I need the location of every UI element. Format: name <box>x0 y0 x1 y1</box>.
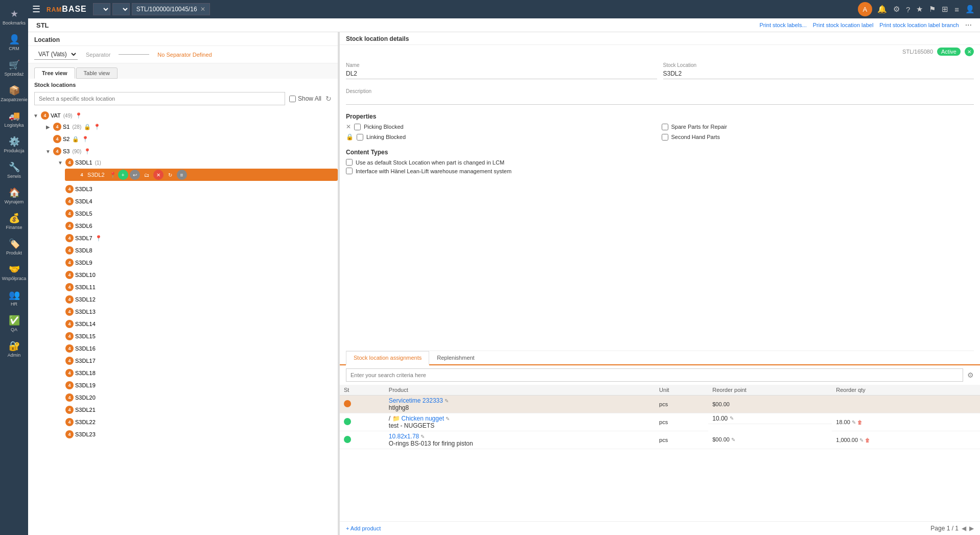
tab-replenishment[interactable]: Replenishment <box>429 351 482 364</box>
row3-product-link[interactable]: 10.82x1.78 <box>389 433 419 440</box>
s3dl5-label: S3DL5 <box>75 211 92 217</box>
spare-parts-row: Spare Parts for Repair <box>662 123 974 130</box>
table-row[interactable]: / 📁 Chicken nugget ✎ test - NUGGETS pcs … <box>340 413 980 431</box>
row2-qty-delete-icon[interactable]: 🗑 <box>857 420 862 425</box>
s3dl22-label: S3DL22 <box>75 419 96 425</box>
s3-row[interactable]: ▼ 4 S3 (90) 📍 <box>40 146 338 156</box>
print-stock-labels-link[interactable]: Print stock labels... <box>759 22 806 28</box>
row1-edit-icon[interactable]: ✎ <box>445 398 449 404</box>
s3dl2-row[interactable]: 4 S3DL2 📍 + ↩ 🗂 <box>65 169 338 181</box>
s3dl4-row[interactable]: 4 S3DL4 <box>53 196 338 206</box>
row2-reorder-point[interactable]: 10.00 ✎ <box>708 413 832 424</box>
more-stl-icon[interactable]: ··· <box>965 20 972 30</box>
company-select[interactable]: JHCDEVSYS <box>93 3 110 15</box>
user-avatar[interactable]: A <box>858 2 872 16</box>
s3dl3-row[interactable]: 4 S3DL3 <box>53 184 338 194</box>
prev-page-btn[interactable]: ◀ <box>962 525 966 532</box>
s1-row[interactable]: ▶ 4 S1 (28) 🔒 📍 <box>40 122 338 132</box>
s3dl1-expander[interactable]: ▼ <box>57 160 64 166</box>
sidebar-item-produkt[interactable]: 🏷️ Produkt <box>0 234 28 260</box>
s3dl2-add-btn[interactable]: + <box>118 170 128 180</box>
sidebar-item-finanse[interactable]: 💰 Finanse <box>0 208 28 234</box>
notifications-icon[interactable]: 🔔 <box>876 4 888 15</box>
vat-row[interactable]: ▼ 4 VAT (49) 📍 <box>28 110 338 121</box>
s3dl2-pin-action-icon[interactable]: 📍 <box>109 172 116 178</box>
add-product-button[interactable]: + Add product <box>346 525 381 531</box>
table-row[interactable]: 10.82x1.78 ✎ O-rings BS-013 for firing p… <box>340 431 980 449</box>
row3-reorder-point[interactable]: $00.00 ✎ <box>708 431 832 449</box>
spare-parts-checkbox[interactable] <box>662 124 668 130</box>
tab-tree-view[interactable]: Tree view <box>34 67 75 79</box>
active-badge-toggle[interactable]: ✕ <box>965 47 974 56</box>
s3dl2-edit-btn[interactable]: ↩ <box>130 170 140 180</box>
print-stock-location-label-link[interactable]: Print stock location label <box>813 22 874 28</box>
help-icon[interactable]: ? <box>905 4 911 15</box>
row3-qty-delete-icon[interactable]: 🗑 <box>865 437 870 443</box>
flag-icon[interactable]: ⚑ <box>928 4 937 15</box>
show-all-checkbox[interactable] <box>289 96 296 102</box>
stock-location-search[interactable] <box>34 92 285 105</box>
s1-expander[interactable]: ▶ <box>44 124 52 130</box>
vat-expander[interactable]: ▼ <box>32 113 39 119</box>
sidebar-item-logistyka[interactable]: 🚚 Logistyka <box>0 106 28 132</box>
sidebar-item-admin[interactable]: 🔐 Admin <box>0 336 28 362</box>
sidebar-item-qa[interactable]: ✅ QA <box>0 311 28 336</box>
row1-unit: pcs <box>655 395 708 413</box>
next-page-btn[interactable]: ▶ <box>969 525 974 532</box>
sidebar-item-wynajem[interactable]: 🏠 Wynajem <box>0 183 28 208</box>
table-row[interactable]: Servicetime 232333 ✎ htlghg8 pcs $00.00 <box>340 395 980 413</box>
lcm-checkbox[interactable] <box>346 159 353 166</box>
s3-expander[interactable]: ▼ <box>44 149 52 154</box>
second-hand-checkbox[interactable] <box>662 134 668 141</box>
s3dl2-delete-btn[interactable]: ✕ <box>153 170 164 180</box>
row2-reorder-qty[interactable]: 18.00 ✎ 🗑 <box>832 413 956 431</box>
description-value[interactable] <box>346 95 974 105</box>
row3-qty-edit-icon[interactable]: ✎ <box>859 437 864 443</box>
row2-qty-edit-icon[interactable]: ✎ <box>852 420 856 425</box>
print-stock-location-branch-link[interactable]: Print stock location label branch <box>879 22 959 28</box>
col-header-unit: Unit <box>655 385 708 396</box>
refresh-icon[interactable]: ↻ <box>325 95 332 103</box>
s2-row[interactable]: 4 S2 🔒 📍 <box>40 134 338 144</box>
s3dl2-refresh-btn[interactable]: ↻ <box>165 170 175 180</box>
close-path-icon[interactable]: ✕ <box>200 6 205 13</box>
profile-icon[interactable]: 👤 <box>964 4 976 15</box>
picking-blocked-checkbox[interactable] <box>354 124 361 130</box>
details-top: STL/165080 Active ✕ <box>340 45 980 58</box>
name-value[interactable]: DL2 <box>346 69 657 79</box>
serwis-icon: 🔧 <box>9 161 20 173</box>
sidebar-item-hr[interactable]: 👥 HR <box>0 285 28 311</box>
sidebar-item-sprzedaz[interactable]: 🛒 Sprzedaż <box>0 55 28 81</box>
row3-edit-icon[interactable]: ✎ <box>421 434 425 439</box>
tab-stock-location-assignments[interactable]: Stock location assignments <box>346 351 429 365</box>
sidebar-item-produkcja[interactable]: ⚙️ Produkcja <box>0 132 28 157</box>
row1-product-link[interactable]: Servicetime 232333 <box>389 397 443 404</box>
table-settings-icon[interactable]: ⚙ <box>967 371 974 379</box>
sidebar-item-bookmarks[interactable]: ★ Bookmarks <box>0 4 28 30</box>
s3dl2-move-btn[interactable]: 🗂 <box>142 170 152 180</box>
grid-icon[interactable]: ⊞ <box>941 4 949 15</box>
sidebar-item-serwis[interactable]: 🔧 Serwis <box>0 157 28 183</box>
s3dl1-row[interactable]: ▼ 4 S3DL1 (1) <box>53 157 338 168</box>
row3-reorder-qty[interactable]: 1,000.00 ✎ 🗑 <box>832 431 956 449</box>
s3dl2-more-btn[interactable]: ≡ <box>177 170 187 180</box>
settings-icon[interactable]: ⚙ <box>892 4 901 15</box>
stock-location-value[interactable]: S3DL2 <box>663 69 974 79</box>
sidebar-item-zaopatrzenie[interactable]: 📦 Zaopatrzenie <box>0 81 28 106</box>
more-topbar-icon[interactable]: ≡ <box>953 4 960 15</box>
row2-edit-icon[interactable]: ✎ <box>446 416 450 422</box>
hanel-checkbox[interactable] <box>346 168 353 174</box>
linking-blocked-checkbox[interactable] <box>357 134 363 141</box>
row2-product-link[interactable]: Chicken nugget <box>402 415 444 422</box>
env-select[interactable]: TEM-NO <box>112 3 130 15</box>
row3-reorder-edit-icon[interactable]: ✎ <box>731 437 735 443</box>
sidebar-item-wspolpraca[interactable]: 🤝 Współpraca <box>0 260 28 285</box>
menu-icon[interactable]: ☰ <box>32 4 40 15</box>
s1-label: S1 <box>63 124 69 130</box>
star-icon[interactable]: ★ <box>915 4 924 15</box>
vat-select[interactable]: VAT (Vats) <box>34 49 78 60</box>
row2-reorder-edit-icon[interactable]: ✎ <box>730 415 734 421</box>
sidebar-item-crm[interactable]: 👤 CRM <box>0 30 28 55</box>
table-search-input[interactable] <box>346 368 963 382</box>
tab-table-view[interactable]: Table view <box>76 67 118 79</box>
